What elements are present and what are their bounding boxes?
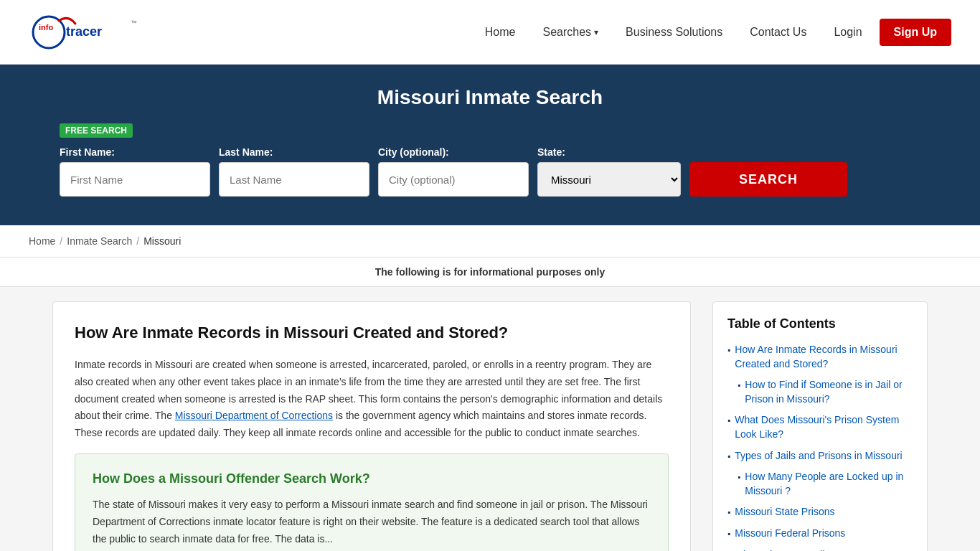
article: How Are Inmate Records in Missouri Creat… bbox=[52, 301, 691, 551]
toc-link[interactable]: Types of Jails and Prisons in Missouri bbox=[735, 449, 902, 463]
toc-item: ▪Types of Jails and Prisons in Missouri bbox=[727, 449, 913, 463]
svg-text:info: info bbox=[39, 23, 53, 32]
searches-chevron-icon: ▾ bbox=[594, 27, 598, 37]
breadcrumb: Home / Inmate Search / Missouri bbox=[29, 235, 951, 247]
toc-link[interactable]: How Are Inmate Records in Missouri Creat… bbox=[735, 343, 913, 371]
state-group: State: AlabamaAlaskaArizonaArkansasCalif… bbox=[537, 146, 681, 197]
nav-signup[interactable]: Sign Up bbox=[880, 19, 951, 46]
breadcrumb-bar: Home / Inmate Search / Missouri bbox=[0, 225, 980, 258]
breadcrumb-current: Missouri bbox=[143, 235, 181, 247]
main-nav: Home Searches ▾ Business Solutions Conta… bbox=[475, 19, 951, 46]
info-bar: The following is for informational purpo… bbox=[0, 258, 980, 287]
breadcrumb-sep-2: / bbox=[136, 235, 139, 247]
banner-title: Missouri Inmate Search bbox=[29, 86, 951, 109]
search-banner: Missouri Inmate Search FREE SEARCH First… bbox=[0, 65, 980, 225]
form-fields: First Name: Last Name: City (optional): … bbox=[60, 146, 920, 197]
toc-box: Table of Contents ▪How Are Inmate Record… bbox=[712, 301, 928, 551]
breadcrumb-sep-1: / bbox=[60, 235, 62, 247]
dept-of-corrections-link[interactable]: Missouri Department of Corrections bbox=[175, 410, 333, 421]
breadcrumb-home[interactable]: Home bbox=[29, 235, 55, 247]
state-label: State: bbox=[537, 146, 681, 158]
search-button[interactable]: SEARCH bbox=[689, 162, 847, 197]
toc-link[interactable]: Missouri County Jails bbox=[735, 548, 829, 551]
logo[interactable]: info tracer ™ bbox=[29, 11, 172, 54]
toc-link[interactable]: How Many People are Locked up in Missour… bbox=[745, 470, 913, 498]
nav-contact-us[interactable]: Contact Us bbox=[740, 20, 816, 44]
search-form: FREE SEARCH First Name: Last Name: City … bbox=[60, 123, 920, 197]
toc-bullet-icon: ▪ bbox=[727, 529, 730, 539]
green-box-heading: How Does a Missouri Offender Search Work… bbox=[93, 471, 651, 486]
svg-text:™: ™ bbox=[131, 19, 137, 27]
logo-svg: info tracer ™ bbox=[29, 11, 172, 54]
last-name-group: Last Name: bbox=[219, 146, 369, 197]
toc-item: ▪How to Find if Someone is in Jail or Pr… bbox=[738, 378, 913, 406]
toc-bullet-icon: ▪ bbox=[738, 380, 740, 390]
toc-item: ▪What Does Missouri's Prison System Look… bbox=[727, 413, 913, 441]
city-input[interactable] bbox=[378, 162, 529, 197]
article-heading: How Are Inmate Records in Missouri Creat… bbox=[75, 324, 669, 342]
free-search-badge: FREE SEARCH bbox=[60, 123, 133, 138]
city-group: City (optional): bbox=[378, 146, 529, 197]
toc-item: ▪How Many People are Locked up in Missou… bbox=[738, 470, 913, 498]
toc-list: ▪How Are Inmate Records in Missouri Crea… bbox=[727, 343, 913, 551]
city-label: City (optional): bbox=[378, 146, 529, 158]
toc-item: ▪Missouri County Jails bbox=[727, 548, 913, 551]
last-name-label: Last Name: bbox=[219, 146, 369, 158]
toc-link[interactable]: What Does Missouri's Prison System Look … bbox=[735, 413, 913, 441]
toc-link[interactable]: How to Find if Someone is in Jail or Pri… bbox=[745, 378, 913, 406]
toc-link[interactable]: Missouri Federal Prisons bbox=[735, 527, 845, 541]
first-name-label: First Name: bbox=[60, 146, 210, 158]
nav-home[interactable]: Home bbox=[475, 20, 526, 44]
toc-bullet-icon: ▪ bbox=[727, 451, 730, 461]
toc-bullet-icon: ▪ bbox=[727, 415, 730, 425]
nav-login[interactable]: Login bbox=[824, 20, 872, 44]
breadcrumb-inmate-search[interactable]: Inmate Search bbox=[67, 235, 132, 247]
toc-link[interactable]: Missouri State Prisons bbox=[735, 505, 834, 519]
main-content: How Are Inmate Records in Missouri Creat… bbox=[24, 287, 956, 551]
nav-searches[interactable]: Searches ▾ bbox=[532, 20, 608, 44]
toc-item: ▪Missouri State Prisons bbox=[727, 505, 913, 519]
article-paragraph-1: Inmate records in Missouri are created w… bbox=[75, 357, 669, 442]
nav-business-solutions[interactable]: Business Solutions bbox=[616, 20, 732, 44]
last-name-input[interactable] bbox=[219, 162, 369, 197]
toc-bullet-icon: ▪ bbox=[727, 507, 730, 517]
toc-bullet-icon: ▪ bbox=[727, 345, 730, 355]
toc-bullet-icon: ▪ bbox=[738, 472, 740, 482]
sidebar: Table of Contents ▪How Are Inmate Record… bbox=[712, 301, 928, 551]
toc-item: ▪How Are Inmate Records in Missouri Crea… bbox=[727, 343, 913, 371]
first-name-input[interactable] bbox=[60, 162, 210, 197]
site-header: info tracer ™ Home Searches ▾ Business S… bbox=[0, 0, 980, 65]
toc-item: ▪Missouri Federal Prisons bbox=[727, 527, 913, 541]
green-box: How Does a Missouri Offender Search Work… bbox=[75, 453, 669, 551]
toc-heading: Table of Contents bbox=[727, 316, 913, 331]
svg-text:tracer: tracer bbox=[66, 24, 102, 39]
green-box-paragraph: The state of Missouri makes it very easy… bbox=[93, 496, 651, 547]
first-name-group: First Name: bbox=[60, 146, 210, 197]
state-select[interactable]: AlabamaAlaskaArizonaArkansasCaliforniaCo… bbox=[537, 162, 681, 197]
